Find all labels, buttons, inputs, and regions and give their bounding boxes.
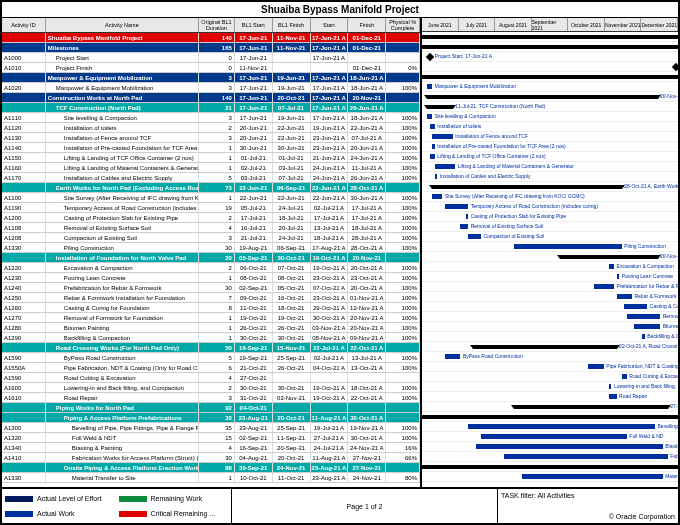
gantt-bar[interactable] [514, 244, 622, 249]
table-row[interactable]: Onsite Piping & Access Platform Erection… [2, 463, 420, 473]
table-row[interactable]: Piping & Access Platform Prefabrications… [2, 413, 420, 423]
gantt-bar[interactable] [617, 274, 620, 279]
col-physical-pct[interactable]: Physical % Complete [386, 18, 420, 32]
gantt-bar[interactable] [609, 384, 612, 389]
table-row[interactable]: A1330Material Transfer to Site110-Oct-21… [2, 473, 420, 483]
table-row[interactable]: A1200Casting of Protection Slab for Exis… [2, 213, 420, 223]
gantt-bar[interactable] [432, 194, 442, 199]
table-row[interactable]: A1230Pouring Lean Concrete108-Oct-2108-O… [2, 273, 420, 283]
gantt-bar[interactable] [427, 84, 432, 89]
gantt-row: Bevelling of [422, 422, 678, 432]
gantt-bar[interactable] [481, 434, 627, 439]
table-row[interactable]: A1410Fabrication Works for Access Platfo… [2, 453, 420, 463]
table-row[interactable]: Manpower & Equipment Mobilization317-Jun… [2, 73, 420, 83]
gantt-bar[interactable] [627, 314, 660, 319]
gantt-bar[interactable] [435, 164, 455, 169]
gantt-bar[interactable] [476, 444, 663, 449]
table-row[interactable]: A1110Site levelling & Compaction317-Jun-… [2, 113, 420, 123]
gantt-bar[interactable] [466, 214, 469, 219]
gantt-bar[interactable] [642, 334, 645, 339]
table-row[interactable]: A1100Site Survey (After Receiving of IFC… [2, 193, 420, 203]
gantt-bar[interactable] [522, 474, 663, 479]
table-row[interactable]: Installation of Foundation for North Val… [2, 253, 420, 263]
gantt-bar[interactable] [468, 234, 481, 239]
gantt-bar[interactable] [624, 304, 647, 309]
col-bl-finish[interactable]: BL1 Finish [273, 18, 311, 32]
table-row[interactable]: Milestones16517-Jun-2111-Nov-2117-Jun-21… [2, 43, 420, 53]
table-row[interactable]: TCF Construction (North Pad)2117-Jun-210… [2, 103, 420, 113]
gantt-row: 27-Nov-2 [422, 402, 678, 412]
table-row[interactable]: A1130Installation of Fence around TCF320… [2, 133, 420, 143]
gantt-bar[interactable] [468, 424, 655, 429]
table-row[interactable]: A1010Project Finish011-Nov-2101-Dec-210% [2, 63, 420, 73]
cell: 100% [386, 423, 420, 432]
table-row[interactable]: A1208Compaction of Existing Soil321-Jul-… [2, 233, 420, 243]
table-row[interactable]: A1590Road Cutting & Excavation427-Oct-21 [2, 373, 420, 383]
table-row[interactable]: A1170Installation of Cables and Electric… [2, 173, 420, 183]
table-row[interactable]: A1280Bitumen Painting126-Oct-2126-Oct-21… [2, 323, 420, 333]
col-original-duration[interactable]: Original BL1 Duration [199, 18, 235, 32]
gantt-bar[interactable] [432, 144, 435, 149]
gantt-bar[interactable] [445, 354, 460, 359]
gantt-bar[interactable] [588, 364, 603, 369]
col-activity-name[interactable]: Activity Name [46, 18, 199, 32]
table-row[interactable]: A1590ByPass Road Construction519-Sep-212… [2, 353, 420, 363]
table-row[interactable]: Earth Works for North Pad (Excluding Acc… [2, 183, 420, 193]
gantt-bar[interactable] [504, 454, 668, 459]
table-row[interactable]: A1140Installation of Pre-casted Foundati… [2, 143, 420, 153]
cell: Road Cutting & Excavation [46, 373, 199, 382]
gantt-bar[interactable] [460, 224, 468, 229]
cell [386, 343, 420, 352]
cell: 02-Nov-21 [273, 393, 311, 402]
table-row[interactable]: Shuaiba Bypass Manifold Project14017-Jun… [2, 33, 420, 43]
table-row[interactable]: A1550APipe Fabrication, NDT & Coating (O… [2, 363, 420, 373]
gantt-row: 20-Nov-2 [422, 92, 678, 102]
table-row[interactable]: A1290Backfilling & Compaction130-Oct-213… [2, 333, 420, 343]
table-row[interactable]: Piping Works for North Pad9204-Oct-21 [2, 403, 420, 413]
table-row[interactable]: A1108Removal of Existing Surface Soil416… [2, 223, 420, 233]
gantt-bar[interactable] [430, 154, 435, 159]
table-row[interactable]: A1610Road Repair331-Oct-2102-Nov-2119-Oc… [2, 393, 420, 403]
table-row[interactable]: A1340Blasting & Painting416-Sep-2120-Sep… [2, 443, 420, 453]
table-row[interactable]: A1250Rebar & Formwork Installation for F… [2, 293, 420, 303]
table-row[interactable]: A1020Manpower & Equipment Mobilization31… [2, 83, 420, 93]
gantt-bar[interactable] [445, 204, 468, 209]
gantt-bar[interactable] [430, 124, 435, 129]
col-bl-start[interactable]: BL1 Start [235, 18, 273, 32]
gantt-bar[interactable] [594, 284, 614, 289]
col-activity-id[interactable]: Activity ID [2, 18, 46, 32]
gantt-bar[interactable] [609, 264, 614, 269]
table-row[interactable]: A1600Lowering-in and Back filling, and C… [2, 383, 420, 393]
table-row[interactable]: A1260Casting & Curing for Foundation811-… [2, 303, 420, 313]
gantt-bar[interactable] [609, 394, 617, 399]
gantt-bar[interactable] [617, 294, 632, 299]
cell: 25-Sep-21 [273, 423, 311, 432]
bar-label: Removal of Fo [663, 313, 678, 319]
table-row[interactable]: Road Crossing Works (For North Pad Only)… [2, 343, 420, 353]
col-start[interactable]: Start [311, 18, 349, 32]
table-row[interactable]: A1000Project Start017-Jun-2117-Jun-21 A [2, 53, 420, 63]
table-row[interactable]: A1330Piling Construction3019-Aug-2106-Se… [2, 243, 420, 253]
table-row[interactable]: A1320Full Weld & NDT1502-Sep-2111-Sep-21… [2, 433, 420, 443]
gantt-bar[interactable] [634, 324, 660, 329]
col-finish[interactable]: Finish [348, 18, 386, 32]
gantt-bar[interactable] [427, 114, 432, 119]
table-row[interactable]: A1190Temporary Access of Road Constructi… [2, 203, 420, 213]
cell: 100% [386, 273, 420, 282]
gantt-bar[interactable] [432, 134, 452, 139]
table-row[interactable]: A1120Installation of toilets220-Jun-2122… [2, 123, 420, 133]
cell: 17-Jun-21 A [311, 73, 349, 82]
gantt-bar[interactable] [622, 374, 627, 379]
gantt-bar[interactable] [435, 174, 438, 179]
table-row[interactable]: A1300Bevelling of Pipe, Pipe Fittings, P… [2, 423, 420, 433]
cell: 01-Dec-21 [348, 63, 386, 72]
table-row[interactable]: A1270Removal of Formwork for Foundation1… [2, 313, 420, 323]
table-row[interactable]: A1150Lifting & Landing of TCF Office Con… [2, 153, 420, 163]
table-row[interactable]: A1160Lifting & Landing of Material Conta… [2, 163, 420, 173]
cell: Lifting & Landing of Material Containers… [46, 163, 199, 172]
table-row[interactable]: Construction Works at North Pad14017-Jun… [2, 93, 420, 103]
table-row[interactable]: A1220Excavation & Compaction206-Oct-2107… [2, 263, 420, 273]
cell [273, 373, 311, 382]
cell: 140 [199, 93, 235, 102]
table-row[interactable]: A1240Prefabrication for Rebar & Formwork… [2, 283, 420, 293]
